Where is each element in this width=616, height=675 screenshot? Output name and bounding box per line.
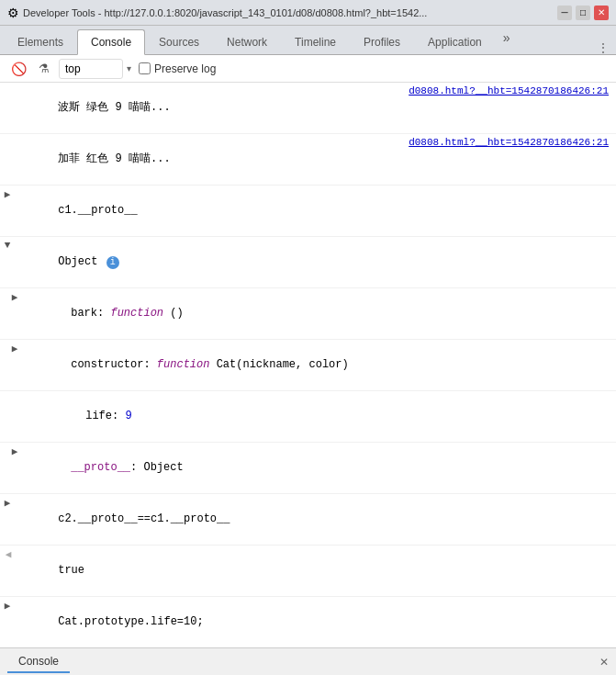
toolbar: 🚫 ⚗ ▾ Preserve log [0,55,616,83]
line-content: true [17,546,612,595]
line-gutter: ▶ [0,341,17,354]
preserve-log-checkbox[interactable] [139,62,151,74]
line-gutter: ▶ [0,186,17,200]
console-line: 波斯 绿色 9 喵喵... d0808.html?__hbt=154287018… [0,83,616,134]
tab-console[interactable]: Console [77,29,145,55]
close-button[interactable]: ✕ [594,6,609,20]
line-content: Object i [17,238,612,287]
line-gutter [0,84,17,85]
console-content[interactable]: 波斯 绿色 9 喵喵... d0808.html?__hbt=154287018… [0,83,616,647]
tab-elements[interactable]: Elements [4,28,77,54]
info-badge: i [106,256,119,269]
devtools-menu-icon[interactable]: ⋮ [598,41,616,54]
console-line: ▶ Cat.prototype.life=10; [0,597,616,647]
console-line: ▶ constructor: function Cat(nickname, co… [0,340,616,391]
close-bottom-bar-button[interactable]: ✕ [599,656,609,669]
line-content: c1.__proto__ [17,186,612,235]
console-line: ▼ Object i [0,237,616,288]
context-selector[interactable] [59,59,123,79]
minimize-button[interactable]: ─ [557,6,572,20]
tabs-more[interactable]: » [496,21,518,54]
console-line: ▶ c1.__proto__ [0,186,616,237]
console-line: ▶ c2.__proto__==c1.__proto__ [0,494,616,546]
bottom-bar: Console ✕ [0,647,616,675]
line-content: Cat.prototype.life=10; [17,598,612,647]
console-line: ▶ bark: function () [0,288,616,340]
expand-arrow[interactable]: ▶ [0,343,17,354]
expand-arrow[interactable]: ▶ [5,497,11,509]
tab-profiles[interactable]: Profiles [350,28,414,54]
context-dropdown-arrow[interactable]: ▾ [127,63,131,73]
maximize-button[interactable]: □ [576,6,590,20]
titlebar-title: Developer Tools - http://127.0.0.1:8020/… [23,7,557,18]
preserve-log-label: Preserve log [139,62,216,75]
tab-sources[interactable]: Sources [145,28,213,54]
clear-console-button[interactable]: 🚫 [7,58,29,80]
line-content: 加菲 红色 9 喵喵... [17,135,405,184]
line-content: __proto__: Object [17,444,612,492]
titlebar-buttons: ─ □ ✕ [557,6,609,20]
line-content: bark: function () [17,289,612,338]
line-gutter: ▶ [0,289,17,303]
console-line: life: 9 [0,391,616,443]
expand-arrow[interactable]: ▶ [0,291,17,303]
titlebar: ⚙ Developer Tools - http://127.0.0.1:802… [0,0,616,26]
line-gutter: ▼ [0,238,17,251]
console-line: ▶ __proto__: Object [0,443,616,494]
titlebar-icon: ⚙ [7,6,19,20]
expand-arrow[interactable]: ▶ [5,188,11,200]
expand-arrow[interactable]: ▶ [5,600,11,612]
line-gutter: ▶ [0,598,17,612]
filter-button[interactable]: ⚗ [33,58,55,80]
bottom-console-tab[interactable]: Console [7,651,70,673]
line-gutter: ◀ [0,546,17,560]
line-content: 波斯 绿色 9 喵喵... [17,84,405,132]
tab-network[interactable]: Network [213,28,281,54]
line-gutter [0,392,17,394]
console-line: ◀ true [0,546,616,597]
console-line: 加菲 红色 9 喵喵... d0808.html?__hbt=154287018… [0,134,616,186]
line-content: c2.__proto__==c1.__proto__ [17,495,612,544]
line-gutter: ▶ [0,495,17,509]
line-gutter: ▶ [0,444,17,457]
line-source[interactable]: d0808.html?__hbt=1542870186426:21 [405,84,612,98]
line-content: life: 9 [17,392,612,441]
line-source[interactable]: d0808.html?__hbt=1542870186426:21 [405,135,612,150]
expand-arrow[interactable]: ▶ [0,445,17,457]
filter-icon: ⚗ [39,62,50,75]
line-gutter [0,135,17,137]
tabs-bar: Elements Console Sources Network Timelin… [0,26,616,55]
tab-timeline[interactable]: Timeline [281,28,350,54]
tab-application[interactable]: Application [414,28,496,54]
collapse-arrow[interactable]: ▼ [5,240,11,251]
line-content: constructor: function Cat(nickname, colo… [17,341,612,389]
